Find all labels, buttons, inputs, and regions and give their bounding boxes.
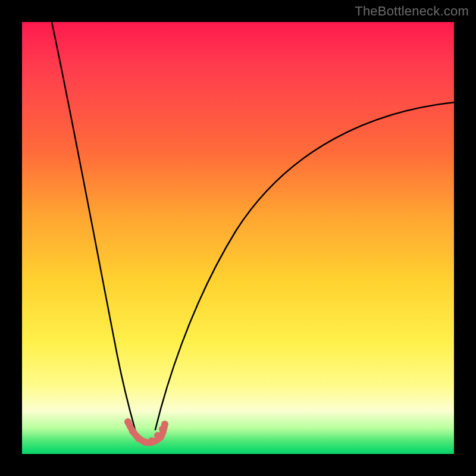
svg-point-0 bbox=[124, 418, 131, 425]
bottleneck-curve bbox=[22, 22, 454, 454]
curve-right-branch bbox=[155, 102, 454, 430]
svg-point-2 bbox=[135, 435, 142, 442]
watermark-text: TheBottleneck.com bbox=[355, 4, 469, 19]
svg-point-5 bbox=[154, 432, 161, 439]
svg-point-1 bbox=[129, 428, 136, 435]
curve-left-branch bbox=[52, 22, 135, 430]
svg-point-7 bbox=[161, 421, 168, 428]
svg-point-4 bbox=[148, 437, 155, 444]
svg-point-3 bbox=[142, 439, 149, 446]
plot-area bbox=[22, 22, 454, 454]
chart-frame: TheBottleneck.com bbox=[0, 0, 476, 476]
trough-markers bbox=[124, 418, 168, 446]
